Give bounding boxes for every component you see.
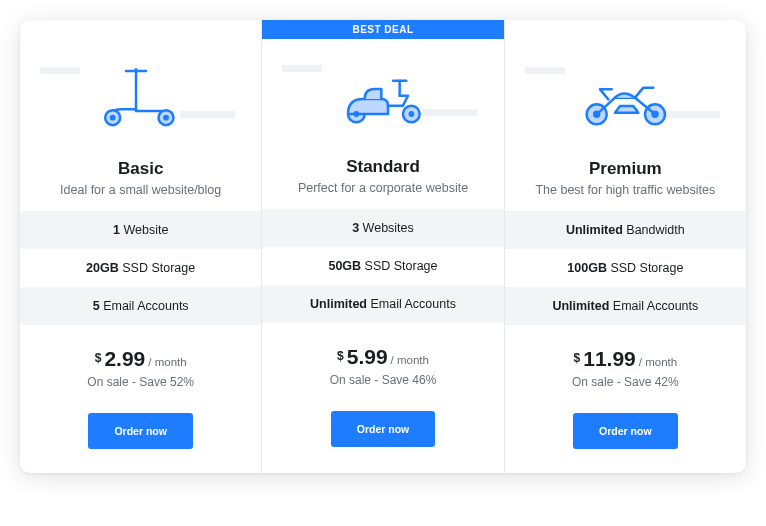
svg-point-9 (355, 112, 358, 115)
feature-row: 5 Email Accounts (20, 287, 261, 325)
badge-placeholder (505, 20, 746, 41)
feature-row: 20GB SSD Storage (20, 249, 261, 287)
badge-placeholder (20, 20, 261, 41)
plan-subtitle: The best for high traffic websites (513, 183, 738, 197)
plan-subtitle: Ideal for a small website/blog (28, 183, 253, 197)
feature-row: 1 Website (20, 211, 261, 249)
plan-title: Premium (513, 159, 738, 179)
feature-row: Unlimited Email Accounts (505, 287, 746, 325)
sale-text: On sale - Save 52% (28, 375, 253, 389)
pricing-table: Basic Ideal for a small website/blog 1 W… (20, 20, 746, 473)
feature-row: 50GB SSD Storage (262, 247, 503, 285)
price: $ 11.99 / month (574, 347, 678, 371)
moped-icon (262, 39, 503, 149)
feature-row: Unlimited Bandwidth (505, 211, 746, 249)
plan-premium: Premium The best for high traffic websit… (504, 20, 746, 473)
order-button[interactable]: Order now (88, 413, 193, 449)
plan-title: Basic (28, 159, 253, 179)
feature-row: 100GB SSD Storage (505, 249, 746, 287)
sale-text: On sale - Save 42% (513, 375, 738, 389)
svg-point-14 (653, 112, 658, 117)
svg-point-13 (594, 112, 599, 117)
svg-point-4 (111, 116, 114, 119)
feature-row: Unlimited Email Accounts (262, 285, 503, 323)
plan-standard: BEST DEAL Standard Perfect for a corpora… (261, 20, 503, 473)
svg-point-5 (164, 116, 167, 119)
price: $ 5.99 / month (337, 345, 429, 369)
svg-point-10 (410, 112, 413, 115)
best-deal-badge: BEST DEAL (262, 20, 503, 39)
motorcycle-icon (505, 41, 746, 151)
plan-subtitle: Perfect for a corporate website (270, 181, 495, 195)
sale-text: On sale - Save 46% (270, 373, 495, 387)
order-button[interactable]: Order now (331, 411, 436, 447)
feature-row: 3 Websites (262, 209, 503, 247)
scooter-icon (20, 41, 261, 151)
order-button[interactable]: Order now (573, 413, 678, 449)
plan-basic: Basic Ideal for a small website/blog 1 W… (20, 20, 261, 473)
plan-title: Standard (270, 157, 495, 177)
price: $ 2.99 / month (95, 347, 187, 371)
